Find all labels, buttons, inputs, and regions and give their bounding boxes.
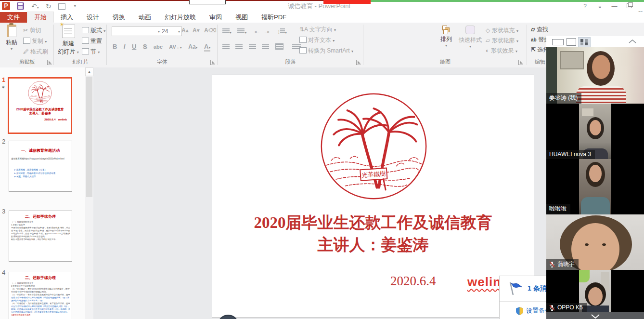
align-left-button[interactable]: [222, 44, 230, 50]
paste-button[interactable]: 粘贴▾: [3, 25, 20, 51]
chevron-down-icon: [590, 313, 601, 319]
layout-single-icon[interactable]: [567, 38, 576, 46]
tab-幻灯片放映[interactable]: 幻灯片放映: [158, 12, 203, 23]
decrease-indent-button[interactable]: ⇤: [255, 28, 259, 35]
underline-button[interactable]: U: [132, 43, 136, 50]
bullets-button[interactable]: [222, 28, 230, 34]
customize-qat-button[interactable]: ▾: [74, 4, 76, 8]
align-text-button[interactable]: 对齐文本 ▾: [299, 36, 335, 44]
arrange-button[interactable]: 排列▾: [437, 26, 456, 48]
line-spacing-button[interactable]: ↕▾: [277, 28, 287, 35]
tab-福昕PDF[interactable]: 福昕PDF: [255, 12, 293, 23]
slide-date[interactable]: 2020.6.4: [390, 274, 436, 289]
align-right-button[interactable]: [249, 44, 256, 50]
change-case-button[interactable]: Aa▾: [188, 43, 197, 50]
find-button[interactable]: ⌭ 查找: [531, 26, 548, 34]
participant-label: OPPO K5: [546, 303, 587, 312]
clipboard-dialog-launcher[interactable]: [47, 60, 52, 65]
font-name-combo[interactable]: ▾: [112, 27, 162, 36]
tab-视图[interactable]: 视图: [229, 12, 255, 23]
participant-label: 姜鉴涛 (我): [546, 93, 581, 104]
character-spacing-button[interactable]: AV↔▾: [169, 44, 181, 50]
tab-插入[interactable]: 插入: [54, 12, 80, 23]
font-color-button[interactable]: A▾: [204, 43, 210, 52]
slide-thumbnail-1[interactable]: 2020届毕业生还款工作及诚信教育 主讲人：姜鉴涛 2020.6.4 welin…: [8, 77, 72, 134]
convert-smartart-button[interactable]: 转换为 SmartArt ▾: [299, 47, 353, 55]
group-font: ▾ 24▾ A▴ A▾ A⌫ B I U S abc AV↔▾ Aa▾ A▾ 字…: [107, 23, 218, 67]
layout-button[interactable]: 版式 ▾: [82, 27, 105, 35]
participant-label: 蒲晓宇: [546, 259, 579, 270]
layout-wide-icon[interactable]: [552, 39, 564, 45]
text-direction-button[interactable]: ⇅A 文字方向 ▾: [299, 26, 336, 34]
video-tile-5[interactable]: OPPO K5: [546, 270, 644, 312]
scroll-up-arrow[interactable]: ▲: [85, 67, 93, 76]
font-dialog-launcher[interactable]: [210, 60, 215, 65]
reset-button[interactable]: 重置: [82, 37, 102, 45]
quick-access-toolbar: P ↶▾ ↻ ▾: [2, 1, 81, 11]
layout-grid-icon[interactable]: [578, 37, 591, 47]
shape-fill-button[interactable]: ◇ 形状填充 ▾: [486, 27, 518, 35]
undo-button[interactable]: ↶▾: [31, 2, 39, 10]
slide-canvas[interactable]: 2020届毕业生还款工作及诚信教育 主讲人：姜鉴涛 2020.6.4 welin…: [212, 75, 534, 318]
numbering-button[interactable]: [237, 28, 245, 34]
welink-window-edge: [371, 0, 644, 2]
drawing-dialog-launcher[interactable]: [518, 60, 523, 65]
restore-button[interactable]: [623, 3, 635, 10]
tab-动画[interactable]: 动画: [132, 12, 158, 23]
minimize-button[interactable]: —: [608, 3, 621, 10]
ribbon-display-button[interactable]: ⌅: [593, 3, 606, 10]
tab-切换[interactable]: 切换: [106, 12, 132, 23]
increase-indent-button[interactable]: ⇥: [264, 28, 269, 35]
video-tile-2[interactable]: HUAWEI nova 3: [546, 104, 644, 159]
new-slide-icon: [62, 25, 75, 38]
palm-tree-seal-image[interactable]: [317, 90, 430, 203]
slide-thumbnail-3[interactable]: 二、还款手续办理 （一）校园地贷款毕业生1.还款计划办理登录学生在线服务系统“还…: [9, 211, 72, 262]
shape-effects-button[interactable]: ◐ 形状效果 ▾: [486, 47, 517, 55]
cut-button[interactable]: ✂ 剪切: [23, 27, 41, 35]
slide-thumbnail-2[interactable]: 一、诚信教育主题活动 诚信教育视频https://v.qq.com/x/page…: [9, 141, 72, 192]
tab-文件[interactable]: 文件: [0, 12, 27, 23]
tab-设计[interactable]: 设计: [80, 12, 106, 23]
slide-thumbnail-4[interactable]: 二、还款手续办理 （一）校园地贷款毕业生2.贷款毕业生主动联系要求（1）“毕业确…: [9, 272, 72, 319]
scroll-thumb[interactable]: [86, 77, 92, 197]
copy-button[interactable]: 复制 ▾: [23, 37, 47, 45]
tab-审阅[interactable]: 审阅: [203, 12, 229, 23]
collapse-ribbon-chevron-icon[interactable]: [628, 39, 637, 44]
redo-button[interactable]: ↻: [46, 2, 52, 10]
grow-font-button[interactable]: A▴: [181, 27, 189, 34]
participant-label: HUAWEI nova 3: [546, 150, 595, 159]
shape-outline-button[interactable]: ▱ 形状轮廓 ▾: [486, 37, 518, 45]
video-tile-1[interactable]: 姜鉴涛 (我): [546, 47, 644, 104]
animation-star-icon: ✶: [1, 85, 5, 90]
font-size-combo[interactable]: 24▾: [160, 27, 182, 36]
clear-formatting-button[interactable]: A⌫: [204, 27, 217, 34]
text-shadow-button[interactable]: S: [143, 43, 147, 50]
more-participants-bar[interactable]: [546, 312, 644, 319]
distribute-button[interactable]: [275, 43, 283, 50]
thumbnail-scrollbar[interactable]: ▲: [85, 67, 94, 319]
strikethrough-button[interactable]: abc: [154, 44, 163, 50]
group-drawing: A≡ |A| {} ▲▼⊽ 排列▾: [363, 23, 527, 67]
quick-styles-button[interactable]: 快速样式▾: [458, 26, 483, 49]
save-button[interactable]: [17, 2, 24, 10]
powerpoint-app-icon[interactable]: P: [2, 2, 10, 10]
section-button[interactable]: 节 ▾: [82, 48, 100, 56]
justify-button[interactable]: [262, 44, 269, 50]
arrange-icon: [442, 26, 450, 33]
slide-number: 3: [2, 208, 5, 215]
video-call-panel: 姜鉴涛 (我) HUAWEI nova 3 啦啦啦 蒲晓宇 OPPO K5: [546, 36, 644, 319]
new-slide-button[interactable]: 新建 幻灯片 ▾: [57, 25, 80, 56]
italic-button[interactable]: I: [124, 43, 126, 50]
help-button[interactable]: ?: [579, 3, 592, 10]
paragraph-dialog-launcher[interactable]: [356, 60, 361, 65]
align-center-button[interactable]: [235, 44, 243, 50]
slide-title-line2[interactable]: 主讲人：姜鉴涛: [212, 234, 534, 256]
shrink-font-button[interactable]: A▾: [193, 27, 200, 34]
bold-button[interactable]: B: [113, 43, 117, 50]
slide-title-line1[interactable]: 2020届毕业生还款工作及诚信教育: [212, 212, 534, 234]
video-tile-4[interactable]: 蒲晓宇: [546, 214, 644, 270]
start-slideshow-button[interactable]: [58, 2, 67, 11]
video-tile-3[interactable]: 啦啦啦: [546, 159, 644, 214]
format-painter-button[interactable]: 🖉 格式刷: [23, 48, 48, 56]
tab-开始[interactable]: 开始: [27, 12, 54, 23]
